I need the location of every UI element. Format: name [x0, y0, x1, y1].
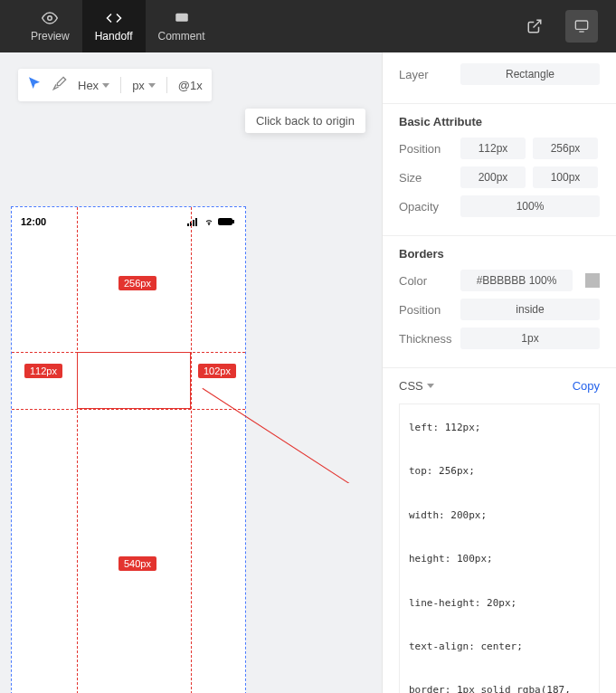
color-unit-select[interactable]: Hex: [78, 79, 109, 92]
tab-comment[interactable]: Comment: [146, 0, 218, 52]
length-unit-select[interactable]: px: [132, 79, 156, 92]
basic-attribute-section: Basic Attribute Position 112px 256px Siz…: [383, 104, 616, 236]
back-to-origin-tooltip[interactable]: Click back to origin: [245, 109, 365, 133]
signal-icon: [187, 217, 200, 226]
external-link-button[interactable]: [518, 10, 551, 43]
svg-rect-3: [575, 21, 587, 29]
size-label: Size: [399, 171, 453, 185]
device-status-bar: 12:00: [21, 216, 236, 227]
svg-rect-1: [175, 14, 188, 22]
chevron-down-icon: [102, 83, 109, 88]
status-indicators: [187, 216, 236, 227]
css-code-output[interactable]: left: 112px; top: 256px; width: 200px; h…: [399, 403, 600, 693]
comment-icon: [174, 10, 190, 26]
guide-horizontal-bottom: [12, 409, 245, 410]
battery-icon: [218, 217, 236, 226]
color-swatch[interactable]: [585, 273, 600, 288]
border-position-value[interactable]: inside: [460, 299, 600, 320]
eyedropper-icon: [52, 76, 67, 90]
monitor-icon: [574, 19, 589, 33]
code-icon: [106, 10, 122, 26]
border-thickness-label: Thickness: [399, 332, 453, 346]
border-color-label: Color: [399, 274, 453, 288]
measurement-badge-bottom: 540px: [118, 556, 156, 571]
border-thickness-value[interactable]: 1px: [460, 328, 600, 349]
zoom-label: @1x: [178, 79, 203, 92]
guide-vertical-left: [77, 207, 78, 693]
unit-label: px: [132, 79, 145, 92]
eyedropper-tool[interactable]: [52, 76, 67, 94]
cursor-tool[interactable]: [27, 76, 42, 94]
selected-rectangle[interactable]: [77, 352, 191, 409]
svg-rect-7: [193, 220, 194, 226]
layer-label: Layer: [399, 68, 453, 81]
tab-handoff[interactable]: Handoff: [82, 0, 146, 52]
status-time: 12:00: [21, 216, 46, 227]
section-title: Basic Attribute: [399, 115, 600, 128]
artboard[interactable]: 12:00 256px 112px 102px 540px: [11, 206, 246, 693]
border-position-label: Position: [399, 303, 453, 317]
section-title: Borders: [399, 247, 600, 261]
border-color-value[interactable]: #BBBBBB 100%: [460, 270, 573, 291]
external-link-icon: [526, 18, 543, 34]
svg-point-9: [209, 224, 210, 225]
css-section-header: CSS Copy: [383, 368, 616, 403]
wifi-icon: [203, 217, 215, 226]
layer-section: Layer Rectangle: [383, 52, 616, 104]
device-preview-button[interactable]: [565, 10, 598, 43]
svg-rect-10: [218, 218, 232, 225]
measurement-badge-right: 102px: [198, 364, 236, 378]
position-y[interactable]: 256px: [533, 138, 598, 159]
svg-rect-11: [232, 220, 234, 223]
guide-vertical-right: [191, 207, 192, 693]
chevron-down-icon: [148, 83, 156, 88]
layer-value[interactable]: Rectangle: [460, 63, 600, 85]
svg-line-2: [534, 20, 541, 27]
opacity-value[interactable]: 100%: [460, 195, 600, 217]
eye-icon: [42, 10, 58, 26]
properties-panel: Layer Rectangle Basic Attribute Position…: [382, 52, 616, 693]
tab-label: Comment: [158, 30, 205, 43]
copy-button[interactable]: Copy: [573, 379, 600, 393]
size-width[interactable]: 200px: [460, 166, 526, 188]
position-label: Position: [399, 142, 453, 156]
divider: [120, 77, 121, 93]
borders-section: Borders Color #BBBBBB 100% Position insi…: [383, 236, 616, 368]
svg-point-0: [48, 16, 52, 21]
tab-label: Handoff: [95, 30, 133, 43]
main-area: Hex px @1x Click back to origin 12:00 25…: [0, 52, 616, 693]
zoom-select[interactable]: @1x: [178, 79, 203, 92]
svg-rect-8: [195, 218, 197, 226]
css-label: CSS: [399, 379, 423, 393]
position-x[interactable]: 112px: [460, 138, 526, 159]
tab-label: Preview: [31, 30, 70, 43]
cursor-icon: [27, 76, 42, 90]
tab-preview[interactable]: Preview: [18, 0, 82, 52]
unit-label: Hex: [78, 79, 99, 92]
chevron-down-icon: [427, 384, 434, 388]
divider: [166, 77, 167, 93]
measurement-badge-left: 112px: [24, 364, 62, 378]
canvas-panel: Hex px @1x Click back to origin 12:00 25…: [0, 52, 382, 693]
css-format-select[interactable]: CSS: [399, 379, 434, 393]
canvas-toolbar: Hex px @1x: [18, 69, 212, 101]
top-toolbar: Preview Handoff Comment: [0, 0, 616, 52]
measurement-badge-top: 256px: [118, 276, 156, 290]
svg-rect-5: [187, 223, 189, 226]
opacity-label: Opacity: [399, 200, 453, 214]
size-height[interactable]: 100px: [533, 166, 598, 188]
